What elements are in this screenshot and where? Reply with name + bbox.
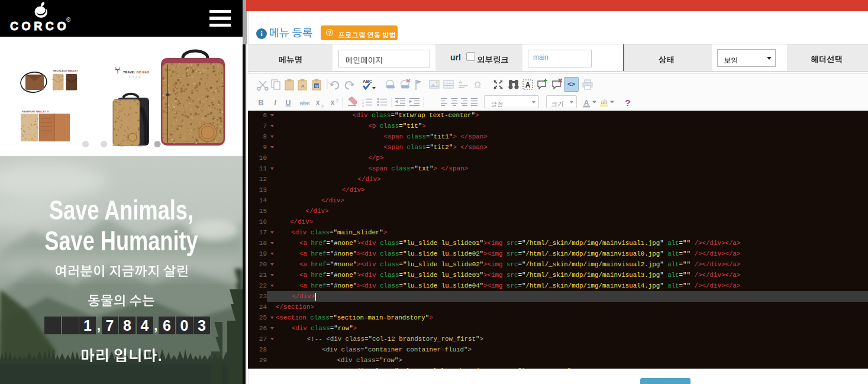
svg-text:ABC: ABC	[363, 79, 373, 84]
svg-text:B: B	[258, 99, 263, 107]
svg-text:C O R K: C O R K	[129, 76, 141, 79]
svg-text:2: 2	[336, 99, 338, 103]
svg-text:X: X	[315, 99, 320, 107]
svg-text:U: U	[285, 99, 291, 107]
svg-text:A: A	[584, 99, 589, 107]
svg-text:3: 3	[362, 104, 364, 108]
svg-text:I: I	[274, 99, 276, 107]
svg-text:?: ?	[625, 98, 630, 108]
svg-text:abc: abc	[300, 99, 310, 107]
svg-text:ab: ab	[601, 99, 608, 105]
svg-text:A: A	[525, 81, 531, 89]
svg-text:Ω: Ω	[474, 79, 480, 89]
svg-text:W: W	[315, 84, 319, 88]
svg-text:A: A	[459, 79, 462, 85]
svg-text:NECKLACE WALLET: NECKLACE WALLET	[53, 69, 78, 72]
svg-text:X: X	[330, 99, 334, 107]
svg-text:TRAVEL GO BAG: TRAVEL GO BAG	[123, 70, 149, 74]
svg-text:2: 2	[321, 105, 324, 109]
svg-text:PASSPORT WALLET 7f: PASSPORT WALLET 7f	[22, 110, 50, 113]
svg-text:A: A	[301, 83, 305, 89]
